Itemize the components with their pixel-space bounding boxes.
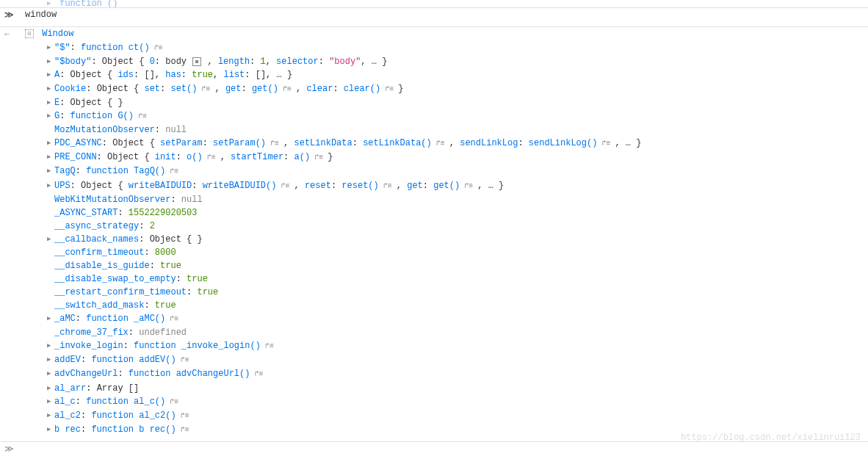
- jump-to-source-icon[interactable]: ↱≡: [176, 426, 189, 434]
- jump-to-source-icon[interactable]: ↱≡: [176, 412, 189, 420]
- console-result-row: ← ⊡ Window: [0, 26, 868, 41]
- property-row[interactable]: ▶Cookie: Object { set: set() ↱≡ , get: g…: [0, 82, 868, 96]
- jump-to-source-icon[interactable]: ↱≡: [432, 140, 449, 148]
- jump-to-source-icon[interactable]: ↱≡: [134, 112, 147, 120]
- property-key: init: [155, 152, 176, 162]
- property-row[interactable]: __disable_is_guide: true: [0, 259, 868, 272]
- property-row[interactable]: ▶addEV: function addEV() ↱≡: [0, 353, 868, 367]
- jump-to-source-icon[interactable]: ↱≡: [203, 153, 220, 162]
- twisty-icon[interactable]: ▶: [47, 409, 54, 422]
- separator: ,: [449, 138, 460, 148]
- twisty-icon[interactable]: ▶: [47, 151, 54, 164]
- jump-to-source-icon[interactable]: ↱≡: [460, 182, 477, 190]
- property-key: advChangeUrl: [54, 369, 117, 380]
- property-row[interactable]: ▶"$": function ct() ↱≡: [0, 41, 868, 55]
- property-row[interactable]: ▶_aMC: function _aMC() ↱≡: [0, 312, 868, 326]
- separator: , … }: [477, 181, 504, 191]
- property-row[interactable]: ▶"$body": Object { 0: body , length: 1, …: [0, 55, 868, 68]
- console-input-row[interactable]: ≫ window: [0, 7, 868, 22]
- property-row[interactable]: ▶PDC_ASYNC: Object { setParam: setParam(…: [0, 137, 868, 151]
- twisty-icon[interactable]: ▶: [47, 164, 54, 178]
- jump-to-source-icon[interactable]: ↱≡: [165, 168, 178, 176]
- jump-to-source-icon[interactable]: ↱≡: [597, 140, 615, 148]
- jump-to-source-icon[interactable]: ↱≡: [165, 315, 178, 323]
- property-row[interactable]: __restart_confirm_timeout: true: [0, 286, 868, 299]
- twisty-icon[interactable]: ▶: [47, 68, 54, 82]
- separator: , … }: [266, 70, 292, 81]
- property-row[interactable]: ▶al_c2: function al_c2() ↱≡: [0, 409, 868, 423]
- property-key: _aMC: [54, 314, 76, 324]
- twisty-icon[interactable]: ▶: [47, 367, 54, 380]
- property-key: __async_strategy: [54, 221, 139, 231]
- property-key: has: [165, 70, 181, 81]
- property-row[interactable]: ▶A: Object { ids: [], has: true, list: […: [0, 68, 868, 82]
- property-key: MozMutationObserver: [54, 125, 155, 135]
- property-key: get: [225, 84, 242, 94]
- twisty-icon[interactable]: ▶: [47, 423, 54, 436]
- jump-to-source-icon[interactable]: ↱≡: [380, 85, 398, 93]
- jump-to-source-icon[interactable]: ↱≡: [197, 85, 214, 93]
- twisty-icon[interactable]: ▶: [47, 395, 54, 408]
- console-prompt-bottom[interactable]: ≫: [0, 441, 868, 456]
- twisty-icon[interactable]: ▶: [47, 233, 54, 246]
- twisty-icon[interactable]: ▶: [47, 41, 54, 54]
- property-value: get(): [433, 181, 460, 191]
- property-row[interactable]: ▶_invoke_login: function _invoke_login()…: [0, 339, 868, 353]
- separator: :: [59, 70, 70, 81]
- twisty-icon[interactable]: ▶: [47, 82, 54, 95]
- property-key: sendLinkLog: [460, 138, 518, 148]
- property-row[interactable]: ▶al_c: function al_c() ↱≡: [0, 395, 868, 409]
- property-row[interactable]: ▶G: function G() ↱≡: [0, 109, 868, 123]
- jump-to-source-icon[interactable]: ↱≡: [278, 85, 296, 93]
- jump-to-source-icon[interactable]: ↱≡: [276, 182, 294, 190]
- separator: :: [117, 208, 128, 218]
- property-row[interactable]: __confirm_timeout: 8000: [0, 246, 868, 259]
- jump-to-source-icon[interactable]: ↱≡: [310, 153, 328, 162]
- separator: ,: [213, 70, 223, 81]
- property-row[interactable]: ▶UPS: Object { writeBAIDUID: writeBAIDUI…: [0, 179, 868, 193]
- property-row[interactable]: MozMutationObserver: null: [0, 123, 868, 137]
- property-row[interactable]: __switch_add_mask: true: [0, 299, 868, 312]
- separator: :: [91, 57, 101, 67]
- twisty-icon[interactable]: ▶: [47, 353, 54, 366]
- property-row[interactable]: ▶TagQ: function TagQ() ↱≡: [0, 164, 868, 178]
- property-row[interactable]: ▶al_arr: Array []: [0, 382, 868, 395]
- property-key: __callback_names: [54, 234, 139, 245]
- separator: }: [398, 84, 403, 94]
- property-row[interactable]: ▶E: Object { }: [0, 96, 868, 109]
- property-key: Cookie: [54, 84, 86, 94]
- twisty-icon[interactable]: ▶: [47, 179, 54, 192]
- object-inspect-icon[interactable]: ⊡: [25, 29, 34, 38]
- separator: :: [144, 300, 154, 311]
- jump-to-source-icon[interactable]: ↱≡: [176, 356, 189, 364]
- jump-to-source-icon[interactable]: ↱≡: [379, 182, 397, 190]
- property-row[interactable]: _ASYNC_START: 1552229020503: [0, 206, 868, 220]
- twisty-icon[interactable]: ▶: [47, 96, 54, 109]
- jump-to-source-icon[interactable]: ↱≡: [261, 342, 274, 350]
- jump-to-source-icon[interactable]: ↱≡: [165, 398, 178, 406]
- twisty-icon[interactable]: ▶: [47, 109, 54, 123]
- jump-to-source-icon[interactable]: ↱≡: [266, 140, 283, 148]
- object-type-label[interactable]: Window: [42, 29, 73, 39]
- property-row[interactable]: ▶__callback_names: Object { }: [0, 233, 868, 246]
- property-row[interactable]: ▶advChangeUrl: function advChangeUrl() ↱…: [0, 367, 868, 381]
- property-row[interactable]: _chrome_37_fix: undefined: [0, 326, 868, 339]
- twisty-icon[interactable]: ▶: [47, 382, 54, 395]
- property-value: a(): [294, 152, 311, 162]
- twisty-icon[interactable]: ▶: [47, 312, 54, 325]
- twisty-icon[interactable]: ▶: [47, 55, 54, 68]
- jump-to-source-icon[interactable]: ↱≡: [250, 371, 263, 379]
- separator: ,: [215, 84, 225, 94]
- node-inspect-icon[interactable]: [192, 57, 201, 66]
- property-row[interactable]: __async_strategy: 2: [0, 220, 868, 233]
- twisty-icon[interactable]: ▶: [47, 339, 54, 352]
- property-key: al_c: [54, 397, 76, 407]
- property-row[interactable]: ▶PRE_CONN: Object { init: o() ↱≡ , start…: [0, 151, 868, 164]
- twisty-icon[interactable]: ▶: [47, 0, 54, 7]
- twisty-icon[interactable]: ▶: [47, 137, 54, 150]
- jump-to-source-icon[interactable]: ↱≡: [150, 44, 163, 52]
- property-row[interactable]: WebKitMutationObserver: null: [0, 193, 868, 206]
- property-row[interactable]: __disable_swap_to_empty: true: [0, 272, 868, 286]
- separator: :: [155, 125, 165, 135]
- property-key: UPS: [54, 181, 70, 191]
